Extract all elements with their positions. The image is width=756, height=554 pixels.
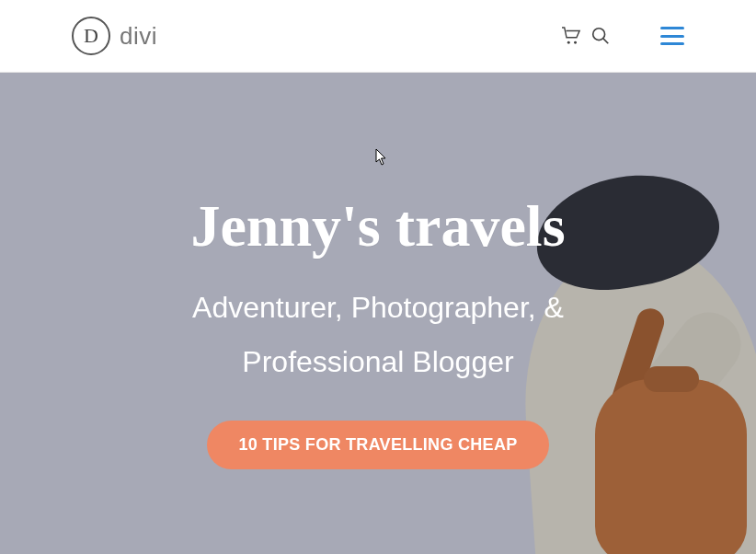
hero-subtitle: Adventurer, Photographer, & Professional… [0,281,756,389]
hamburger-menu-icon[interactable] [660,27,684,45]
logo-mark: D [72,17,110,55]
cta-button[interactable]: 10 TIPS FOR TRAVELLING CHEAP [207,421,548,469]
svg-point-1 [574,41,577,44]
hero-title: Jenny's travels [0,192,756,260]
search-icon[interactable] [590,26,611,46]
hero-section: Jenny's travels Adventurer, Photographer… [0,73,756,554]
hero-content: Jenny's travels Adventurer, Photographer… [0,73,756,469]
logo-text: divi [120,22,157,51]
svg-line-3 [603,39,608,43]
hero-subtitle-line1: Adventurer, Photographer, & [0,281,756,335]
hero-subtitle-line2: Professional Blogger [0,335,756,389]
header-actions [561,26,684,46]
site-logo[interactable]: D divi [72,17,157,55]
svg-point-2 [593,29,605,40]
site-header: D divi [0,0,756,73]
svg-point-0 [567,41,570,44]
cart-icon[interactable] [561,27,581,45]
